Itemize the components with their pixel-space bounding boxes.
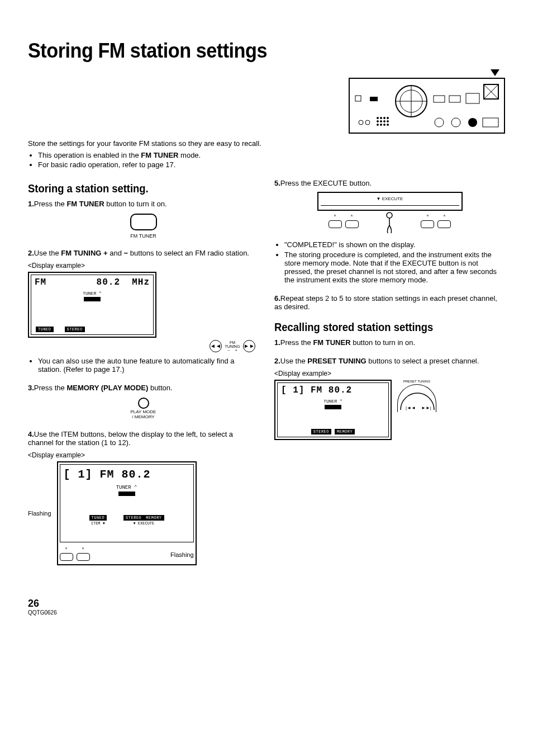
lcd-freq: 80.2 bbox=[97, 277, 120, 287]
step-number: 1. bbox=[28, 200, 34, 208]
preset-prev-icon: |◄◄ bbox=[406, 405, 416, 410]
step-number: 2. bbox=[274, 357, 280, 365]
svg-point-18 bbox=[377, 121, 379, 122]
svg-point-27 bbox=[451, 118, 460, 127]
memory-label: MEMORY (PLAY MODE) bbox=[66, 384, 148, 392]
progress-bar-icon bbox=[84, 297, 101, 301]
recall-step-1: 1.Press the FM TUNER button to turn in o… bbox=[274, 338, 505, 347]
item-up-button-icon bbox=[77, 553, 90, 561]
lcd-display-2: [ 1] FM 80.2 TUNER ⌃ TUNED ITEM ▼ STE bbox=[57, 461, 197, 565]
signal-icon: ⌃ bbox=[134, 485, 137, 490]
svg-point-22 bbox=[377, 124, 379, 126]
button-icon bbox=[437, 220, 451, 228]
svg-point-12 bbox=[359, 120, 363, 125]
svg-rect-8 bbox=[466, 93, 479, 103]
svg-rect-6 bbox=[434, 96, 445, 102]
intro-text: Store the settings for your favorite FM … bbox=[28, 139, 505, 148]
step-text: Press the EXECUTE button. bbox=[280, 179, 372, 187]
fm-tuner-label: FM TUNER bbox=[313, 338, 350, 347]
svg-rect-29 bbox=[483, 118, 498, 127]
svg-point-24 bbox=[384, 124, 386, 126]
step-number: 4. bbox=[28, 430, 34, 438]
step-text: Use the bbox=[280, 357, 307, 365]
svg-point-16 bbox=[384, 117, 386, 119]
step-text: button. bbox=[148, 384, 172, 392]
svg-point-28 bbox=[468, 118, 477, 127]
step-1: 1.Press the FM TUNER button to turn it o… bbox=[28, 200, 259, 239]
fm-tuner-button-figure: FM TUNER bbox=[28, 214, 259, 239]
preset-tuning-label: PRESET TUNING bbox=[307, 357, 366, 365]
play-mode-caption: PLAY MODE/ MEMORY bbox=[28, 410, 259, 420]
progress-bar-icon bbox=[325, 405, 341, 409]
lcd-display-1: FM 80.2 MHz TUNER ⌃ TUNED STEREO bbox=[28, 272, 156, 338]
preset-dial-label: PRESET TUNING bbox=[397, 380, 436, 383]
page-title: Storing FM station settings bbox=[28, 39, 481, 63]
step-text: button to turn in on. bbox=[351, 338, 416, 347]
svg-point-30 bbox=[387, 212, 392, 218]
step-text: Press the bbox=[34, 384, 67, 392]
svg-point-26 bbox=[435, 118, 444, 127]
step-4: 4.Use the ITEM buttons, below the displa… bbox=[28, 430, 259, 565]
lcd-tuner-label: TUNER bbox=[116, 485, 131, 490]
svg-point-17 bbox=[387, 117, 389, 119]
intro-bullet: This operation is enabled in the FM TUNE… bbox=[38, 151, 505, 159]
display-example-label: <Display example> bbox=[28, 262, 259, 270]
tuning-down-icon: ◄◄ bbox=[210, 340, 222, 352]
flashing-label-right: Flashing bbox=[170, 551, 194, 558]
svg-point-15 bbox=[380, 117, 382, 119]
step-text: Repeat steps 2 to 5 to store station set… bbox=[274, 294, 497, 311]
play-mode-button-icon bbox=[138, 398, 149, 409]
svg-rect-7 bbox=[449, 96, 460, 102]
stereo-chip: STEREO bbox=[123, 515, 144, 521]
step-text: Press the bbox=[34, 200, 67, 208]
up-caret-icon: ˄ bbox=[437, 214, 451, 220]
down-caret-icon: ˅ bbox=[421, 214, 434, 220]
stereo-chip: STEREO bbox=[65, 327, 85, 332]
memory-chip: MEMORY bbox=[144, 515, 164, 521]
execute-panel-figure: ▼ EXECUTE bbox=[317, 192, 463, 211]
step-text: buttons to select a preset channel. bbox=[367, 357, 479, 365]
step5-bullet: The storing procedure is completed, and … bbox=[284, 251, 505, 284]
execute-buttons-row: ˅ ˄ ˅ ˄ bbox=[317, 214, 463, 236]
execute-text: ▼ EXECUTE bbox=[318, 193, 461, 201]
page-number: 26 bbox=[28, 598, 505, 609]
progress-bar-icon bbox=[118, 492, 135, 496]
step-text: button to turn it on. bbox=[104, 200, 167, 208]
item-down-button-icon bbox=[60, 553, 73, 561]
svg-point-21 bbox=[387, 121, 389, 122]
intro-bullets: This operation is enabled in the FM TUNE… bbox=[30, 151, 505, 169]
step-text: Use the ITEM buttons, below the display … bbox=[28, 430, 233, 447]
preset-next-icon: ►►| bbox=[421, 405, 431, 410]
keyboard-illustration bbox=[349, 78, 505, 134]
lcd3-top-line: [ 1] FM 80.2 bbox=[281, 385, 385, 395]
flashing-label-left: Flashing bbox=[28, 510, 51, 517]
step-text: and bbox=[108, 249, 124, 257]
item-label: ITEM ▼ bbox=[89, 521, 107, 526]
step-number: 1. bbox=[274, 338, 280, 347]
right-column: 5.Press the EXECUTE button. ▼ EXECUTE ˅ … bbox=[274, 179, 505, 575]
execute-label: ▼ EXECUTE bbox=[123, 521, 164, 526]
pointer-triangle-icon bbox=[349, 69, 499, 78]
down-caret-icon: ˅ bbox=[329, 214, 342, 220]
hero-illustration-area bbox=[28, 69, 505, 134]
step-number: 2. bbox=[28, 249, 34, 257]
recalling-heading: Recalling stored station settings bbox=[274, 321, 487, 334]
left-column: Storing a station setting. 1.Press the F… bbox=[28, 179, 259, 575]
pressing-hand-icon bbox=[381, 212, 398, 236]
preset-tuning-dial-figure: PRESET TUNING |◄◄ ►►| bbox=[397, 380, 436, 412]
tuning-up-icon: ►► bbox=[243, 340, 255, 352]
step-2: 2.Use the FM TUNING + and − buttons to s… bbox=[28, 249, 259, 374]
intro-bullet: For basic radio operation, refer to page… bbox=[38, 160, 505, 169]
down-caret-icon: ˅ bbox=[60, 547, 73, 553]
signal-icon: ⌃ bbox=[99, 291, 102, 296]
fm-tuner-label: FM TUNER bbox=[66, 200, 104, 208]
step-text: buttons to select an FM radio station. bbox=[128, 249, 249, 257]
button-shape-icon bbox=[130, 214, 157, 230]
lcd-display-3: [ 1] FM 80.2 TUNER ⌃ STEREO MEMORY bbox=[274, 380, 392, 440]
step-number: 5. bbox=[274, 179, 280, 187]
page-footer: 26 QQTG0626 bbox=[28, 598, 505, 616]
button-icon bbox=[329, 220, 342, 228]
stereo-chip: STEREO bbox=[311, 429, 331, 434]
storing-heading: Storing a station setting. bbox=[28, 182, 240, 195]
lcd-fm-text: FM bbox=[35, 277, 46, 287]
